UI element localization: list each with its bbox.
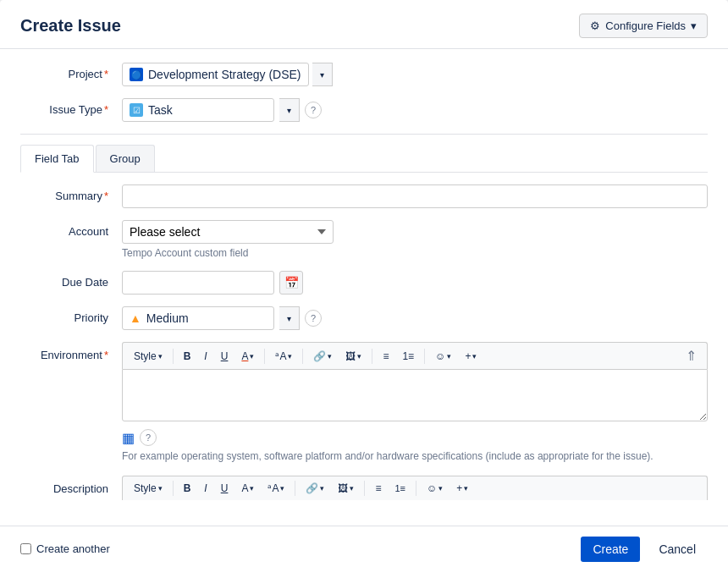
desc-more-button[interactable]: + [450, 480, 474, 497]
desc-underline-button[interactable]: U [215, 480, 234, 497]
description-row: Description Style B I U A ᵃA [20, 476, 708, 500]
bold-button[interactable]: B [178, 348, 197, 365]
desc-font-size-button[interactable]: ᵃA [262, 480, 290, 497]
project-value: Development Strategy (DSE) [148, 68, 301, 81]
environment-row: Environment* Style B I U [20, 342, 708, 464]
desc-bullet-button[interactable]: ≡ [369, 480, 387, 497]
required-indicator: * [104, 349, 108, 361]
link-icon: 🔗 [313, 350, 326, 362]
create-another-checkbox[interactable] [20, 543, 31, 554]
account-field: Please select Tempo Account custom field [122, 220, 708, 259]
priority-dropdown-arrow[interactable]: ▾ [279, 306, 300, 330]
project-field: 🔵 Development Strategy (DSE) ▾ [122, 63, 708, 86]
more-icon: + [465, 350, 471, 362]
dialog-body: Project* 🔵 Development Strategy (DSE) ▾ … [0, 49, 728, 526]
text-color-button[interactable]: A [235, 348, 260, 365]
dialog-header: Create Issue ⚙ Configure Fields ▾ [0, 0, 728, 49]
style-dropdown-button[interactable]: Style [128, 348, 168, 365]
environment-editor-toolbar: Style B I U A [122, 342, 708, 369]
summary-label: Summary* [20, 184, 122, 202]
calendar-icon-button[interactable]: 📅 [279, 271, 303, 295]
project-select-wrapper: 🔵 Development Strategy (DSE) ▾ [122, 63, 708, 86]
priority-select[interactable]: ▲ Medium [122, 306, 274, 330]
environment-label: Environment* [20, 342, 122, 361]
environment-textarea[interactable] [122, 369, 708, 421]
description-field: Style B I U A ᵃA 🔗 🖼 ≡ [122, 476, 708, 500]
priority-field: ▲ Medium ▾ ? [122, 306, 708, 330]
priority-label: Priority [20, 306, 122, 324]
toolbar-separator-4 [372, 349, 372, 364]
create-another-wrapper: Create another [20, 542, 110, 555]
project-dropdown-arrow[interactable]: ▾ [312, 63, 333, 86]
issue-type-value: Task [148, 103, 173, 117]
editor-help-icon[interactable]: ? [140, 429, 157, 446]
task-icon: ☑ [130, 103, 143, 117]
more-button[interactable]: + [459, 348, 483, 365]
project-label: Project* [20, 63, 122, 80]
priority-wrapper: ▲ Medium ▾ ? [122, 306, 708, 330]
numbered-list-icon: 1≡ [402, 350, 414, 362]
priority-row: Priority ▲ Medium ▾ ? [20, 306, 708, 330]
desc-text-color-button[interactable]: A [235, 480, 260, 497]
desc-separator-2 [295, 481, 295, 496]
font-size-button[interactable]: ᵃA [269, 348, 298, 365]
tab-group[interactable]: Group [96, 145, 155, 172]
create-another-label[interactable]: Create another [36, 542, 110, 555]
configure-fields-button[interactable]: ⚙ Configure Fields ▾ [579, 14, 708, 38]
environment-hint: For example operating system, software p… [122, 449, 708, 464]
calendar-icon: 📅 [284, 276, 299, 289]
due-date-row: Due Date 📅 [20, 271, 708, 295]
image-button[interactable]: 🖼 [339, 348, 367, 365]
link-button[interactable]: 🔗 [307, 348, 338, 365]
desc-link-button[interactable]: 🔗 [300, 480, 330, 497]
issue-type-label: Issue Type* [20, 98, 122, 116]
priority-help-icon[interactable]: ? [305, 310, 322, 327]
summary-row: Summary* [20, 184, 708, 208]
cancel-button[interactable]: Cancel [647, 537, 708, 562]
desc-bold-button[interactable]: B [178, 480, 197, 497]
emoji-button[interactable]: ☺ [429, 348, 457, 365]
editor-mode-icon[interactable]: ▦ [122, 430, 135, 446]
issue-type-wrapper: ☑ Task ▾ ? [122, 98, 708, 122]
priority-icon: ▲ [130, 311, 141, 325]
bullet-list-button[interactable]: ≡ [377, 348, 394, 365]
desc-italic-button[interactable]: I [198, 480, 212, 497]
account-row: Account Please select Tempo Account cust… [20, 220, 708, 259]
project-select[interactable]: 🔵 Development Strategy (DSE) [122, 63, 309, 86]
due-date-input[interactable] [122, 271, 274, 295]
gear-icon: ⚙ [590, 19, 600, 32]
desc-emoji-button[interactable]: ☺ [421, 480, 449, 497]
issue-type-dropdown-arrow[interactable]: ▾ [279, 98, 300, 122]
editor-bottom: ▦ ? [122, 429, 708, 446]
description-toolbar: Style B I U A ᵃA 🔗 🖼 ≡ [122, 476, 708, 500]
summary-input[interactable] [122, 184, 708, 208]
account-label: Account [20, 220, 122, 238]
environment-field: Style B I U A [122, 342, 708, 464]
italic-button[interactable]: I [198, 348, 212, 365]
tabs: Field Tab Group [20, 145, 708, 173]
text-color-label: A [241, 350, 248, 362]
desc-numbered-button[interactable]: 1≡ [389, 481, 411, 496]
project-row: Project* 🔵 Development Strategy (DSE) ▾ [20, 63, 708, 86]
toolbar-separator-2 [264, 349, 265, 364]
issue-type-row: Issue Type* ☑ Task ▾ ? [20, 98, 708, 122]
toolbar-separator-3 [302, 349, 303, 364]
summary-field [122, 184, 708, 208]
account-select[interactable]: Please select [122, 220, 334, 244]
issue-type-select[interactable]: ☑ Task [122, 98, 274, 122]
tab-field-tab[interactable]: Field Tab [20, 145, 94, 173]
emoji-icon: ☺ [435, 350, 445, 362]
desc-style-label: Style [134, 482, 157, 494]
date-wrapper: 📅 [122, 271, 708, 295]
configure-fields-label: Configure Fields [605, 19, 686, 32]
underline-button[interactable]: U [215, 348, 234, 365]
required-indicator: * [104, 190, 108, 202]
desc-image-button[interactable]: 🖼 [332, 480, 360, 497]
toolbar-separator-5 [424, 349, 425, 364]
create-issue-dialog: Create Issue ⚙ Configure Fields ▾ Projec… [0, 0, 728, 567]
numbered-list-button[interactable]: 1≡ [396, 348, 420, 365]
collapse-button[interactable]: ⇑ [681, 346, 702, 366]
issue-type-help-icon[interactable]: ? [305, 102, 322, 118]
create-button[interactable]: Create [581, 537, 640, 562]
desc-style-button[interactable]: Style [128, 480, 168, 497]
